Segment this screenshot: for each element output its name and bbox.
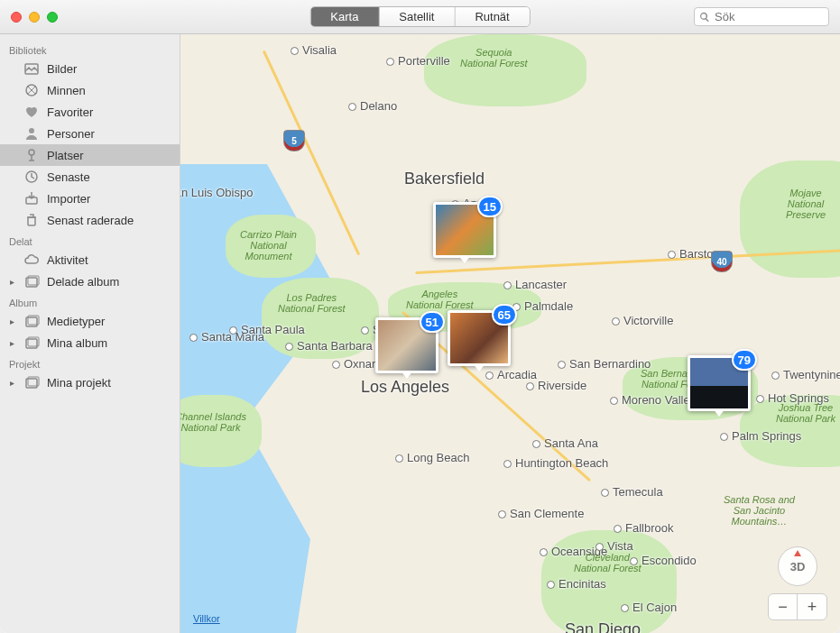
- sidebar-item-label: Bilder: [47, 62, 77, 76]
- map-terms-link[interactable]: Villkor: [193, 613, 220, 624]
- map-city-label: Porterville: [386, 54, 450, 68]
- sidebar-item-label: Medietyper: [47, 315, 105, 328]
- window-controls: [11, 12, 58, 23]
- cluster-pointer: [458, 255, 471, 263]
- zoom-controls: − +: [768, 593, 827, 620]
- album-icon: [23, 313, 40, 329]
- sidebar-item-memories[interactable]: Minnen: [0, 79, 180, 101]
- map-forest-label: SequoiaNational Forest: [460, 47, 528, 69]
- search-field-wrap: [694, 7, 829, 26]
- sidebar-item-label: Delade album: [47, 275, 119, 289]
- sidebar-item-favorites[interactable]: Favoriter: [0, 101, 180, 123]
- map-city-label: Santa Paula: [229, 323, 305, 336]
- map-city-label: Visalia: [291, 43, 337, 57]
- sidebar-item-label: Importer: [47, 192, 90, 206]
- map-city-label: Huntington Beach: [503, 456, 608, 470]
- map-city-label: Arcadia: [485, 368, 537, 381]
- interstate-shield-icon: 5: [283, 130, 305, 151]
- sidebar-item-shared-albums[interactable]: ▸Delade album: [0, 271, 180, 292]
- compass-3d-button[interactable]: 3D: [778, 546, 817, 586]
- map-city-label: Santa Barbara: [285, 339, 373, 353]
- map-city-label: Bakersfield: [404, 170, 485, 188]
- album-icon: [23, 335, 40, 351]
- sidebar-section-shared: Delat: [0, 231, 180, 249]
- fullscreen-window-button[interactable]: [47, 12, 58, 23]
- disclosure-triangle-icon[interactable]: ▸: [7, 338, 16, 348]
- cluster-count-badge: 65: [492, 304, 517, 326]
- view-mode-grid[interactable]: Rutnät: [455, 7, 529, 26]
- sidebar-item-recent[interactable]: Senaste: [0, 166, 180, 188]
- sidebar-item-label: Aktivitet: [47, 253, 88, 267]
- map-forest-label: Los PadresNational Forest: [278, 292, 346, 314]
- minimize-window-button[interactable]: [29, 12, 40, 23]
- sidebar-item-trash[interactable]: Senast raderade: [0, 209, 180, 231]
- memories-icon: [23, 82, 40, 98]
- map-city-label: Temecula: [601, 485, 663, 499]
- sidebar-item-activity[interactable]: Aktivitet: [0, 249, 180, 271]
- map-city-label: Fallbrook: [614, 521, 673, 535]
- map-view[interactable]: BakersfieldLos AngelesArvinDelanoPorterv…: [180, 34, 840, 633]
- sidebar-item-media-types[interactable]: ▸Medietyper: [0, 310, 180, 332]
- disclosure-triangle-icon[interactable]: ▸: [7, 277, 16, 287]
- view-mode-segmented: Karta Satellit Rutnät: [309, 6, 530, 27]
- view-mode-satellite[interactable]: Satellit: [379, 7, 455, 26]
- map-city-label: Long Beach: [395, 451, 469, 464]
- map-city-label: Palm Springs: [720, 429, 801, 443]
- sidebar-item-label: Senaste: [47, 170, 90, 184]
- map-city-label: Moreno Valley: [610, 393, 696, 407]
- map-city-label: Victorville: [612, 314, 673, 327]
- sidebar-item-label: Personer: [47, 127, 95, 141]
- person-icon: [23, 125, 40, 142]
- album-icon: [23, 374, 40, 390]
- photo-cluster[interactable]: 79: [688, 355, 751, 411]
- photo-cluster[interactable]: 51: [375, 317, 438, 373]
- map-forest-label: ClevelandNational Forest: [574, 552, 642, 573]
- sidebar-item-label: Mina album: [47, 336, 107, 350]
- map-forest: [424, 34, 586, 106]
- album-icon: [23, 273, 40, 289]
- zoom-in-button[interactable]: +: [798, 594, 826, 619]
- cloud-icon: [23, 252, 40, 268]
- sidebar-item-people[interactable]: Personer: [0, 123, 180, 144]
- map-forest-label: Mojave NationalPreserve: [771, 188, 840, 220]
- photo-cluster[interactable]: 15: [433, 202, 496, 258]
- sidebar: Bibliotek BilderMinnenFavoriterPersonerP…: [0, 34, 180, 633]
- map-forest-label: Santa Rosa andSan JacintoMountains…: [724, 494, 795, 527]
- zoom-out-button[interactable]: −: [769, 594, 798, 619]
- disclosure-triangle-icon[interactable]: ▸: [7, 316, 16, 326]
- search-icon: [699, 12, 710, 23]
- photo-cluster[interactable]: 65: [448, 310, 511, 366]
- map-forest-label: Joshua TreeNational Park: [776, 402, 835, 424]
- sidebar-item-my-projects[interactable]: ▸Mina projekt: [0, 372, 180, 393]
- sidebar-item-photos[interactable]: Bilder: [0, 58, 180, 79]
- sidebar-item-label: Mina projekt: [47, 376, 111, 390]
- search-input[interactable]: [694, 7, 829, 26]
- map-city-label: San Diego: [565, 620, 641, 633]
- map-city-label: Encinitas: [547, 577, 606, 591]
- map-city-label: Los Angeles: [361, 378, 449, 397]
- heart-icon: [23, 104, 40, 120]
- cluster-pointer: [713, 408, 725, 417]
- cluster-count-badge: 79: [732, 349, 757, 371]
- cluster-pointer: [401, 371, 413, 379]
- disclosure-triangle-icon[interactable]: ▸: [7, 378, 16, 388]
- map-city-label: Santa Ana: [532, 436, 598, 450]
- map-city-label: Delano: [348, 99, 397, 113]
- cluster-count-badge: 15: [477, 196, 503, 217]
- titlebar: Karta Satellit Rutnät: [0, 0, 840, 34]
- close-window-button[interactable]: [11, 12, 22, 23]
- sidebar-item-label: Minnen: [47, 84, 86, 97]
- sidebar-item-imports[interactable]: Importer: [0, 188, 180, 209]
- map-city-label: Lancaster: [503, 278, 567, 291]
- sidebar-section-library: Bibliotek: [0, 40, 180, 58]
- map-city-label: El Cajon: [621, 601, 677, 614]
- map-city-label: Twentynine: [771, 368, 840, 381]
- import-icon: [23, 190, 40, 206]
- pin-icon: [23, 147, 40, 163]
- sidebar-item-places[interactable]: Platser: [0, 144, 180, 166]
- view-mode-map[interactable]: Karta: [310, 7, 379, 26]
- cluster-count-badge: 51: [420, 311, 445, 333]
- map-forest-label: AngelesNational Forest: [406, 289, 474, 310]
- map-forest-label: Carrizo PlainNationalMonument: [240, 229, 297, 261]
- sidebar-item-my-albums[interactable]: ▸Mina album: [0, 332, 180, 353]
